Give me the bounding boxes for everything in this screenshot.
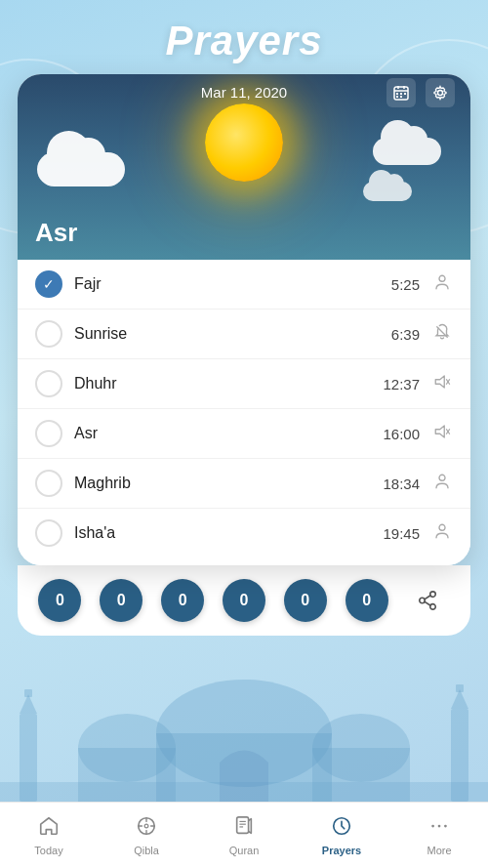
svg-marker-4 [451,689,468,709]
prayer-check-sunrise[interactable] [35,320,62,348]
svg-marker-27 [435,426,444,437]
svg-rect-12 [0,782,488,802]
settings-button[interactable] [426,78,455,107]
prayer-check-fajr[interactable]: ✓ [35,270,62,298]
nav-item-prayers[interactable]: Prayers [293,809,390,862]
prayer-name-isha'a: Isha'a [74,524,376,542]
tasbih-row: 000000 [18,565,470,636]
prayer-sound-dhuhr[interactable] [431,373,453,394]
svg-rect-11 [312,748,410,802]
prayer-sound-isha'a[interactable] [431,522,453,544]
svg-point-6 [156,680,332,787]
svg-point-8 [78,714,176,782]
current-prayer-name: Asr [35,218,77,248]
svg-point-34 [430,604,436,610]
tasbih-counter-2[interactable]: 0 [161,579,204,622]
svg-rect-7 [156,733,332,802]
nav-label-qibla: Qibla [134,845,159,856]
svg-rect-20 [396,96,398,98]
svg-rect-17 [396,93,398,95]
svg-point-38 [144,824,148,828]
prayer-time-isha'a: 19:45 [376,525,420,542]
nav-item-qibla[interactable]: Qibla [98,809,195,862]
prayer-name-sunrise: Sunrise [74,325,376,343]
svg-line-35 [426,596,431,599]
tasbih-share-button[interactable] [406,579,449,622]
svg-rect-3 [451,709,468,802]
book-icon [233,815,255,842]
svg-marker-24 [435,376,444,388]
nav-item-today[interactable]: Today [0,809,98,862]
cloud-right [373,138,441,165]
header-icon-group [386,78,455,107]
main-card: Mar 11, 2020 [18,74,470,565]
header-top-bar: Mar 11, 2020 [18,74,470,110]
svg-line-36 [426,601,431,605]
svg-point-48 [431,824,434,827]
prayer-name-maghrib: Maghrib [74,475,376,492]
cloud-left [37,152,125,186]
prayer-check-dhuhr[interactable] [35,370,62,397]
tasbih-counter-3[interactable]: 0 [223,579,265,622]
prayer-name-dhuhr: Dhuhr [74,375,376,393]
prayer-time-fajr: 5:25 [376,276,420,293]
prayer-row-asr: Asr16:00 [18,409,470,459]
svg-point-49 [438,824,441,827]
svg-point-33 [420,598,426,603]
svg-rect-9 [78,748,176,802]
card-header: Mar 11, 2020 [18,74,470,260]
clock-icon [331,815,352,842]
home-icon [38,815,60,842]
tasbih-counter-5[interactable]: 0 [346,579,388,622]
prayer-row-isha'a: Isha'a19:45 [18,509,470,558]
nav-item-quran[interactable]: Quran [195,809,293,862]
prayer-check-isha'a[interactable] [35,519,62,547]
compass-icon [136,815,157,842]
prayer-sound-fajr[interactable] [431,273,453,295]
prayer-row-maghrib: Maghrib18:34 [18,459,470,509]
svg-marker-1 [20,694,37,714]
cloud-small [363,182,412,201]
prayer-name-asr: Asr [74,425,376,442]
svg-point-30 [439,475,445,480]
prayer-time-sunrise: 6:39 [376,326,420,343]
svg-rect-5 [456,684,464,692]
prayer-time-maghrib: 18:34 [376,475,420,492]
prayer-check-maghrib[interactable] [35,470,62,497]
dots-icon [428,815,450,842]
svg-rect-21 [400,96,402,98]
calendar-button[interactable] [386,78,416,107]
prayer-sound-maghrib[interactable] [431,473,453,494]
svg-rect-2 [24,689,32,697]
svg-point-32 [430,592,436,598]
svg-point-22 [438,90,443,95]
prayer-time-asr: 16:00 [376,426,420,442]
sun-decoration [205,103,283,182]
svg-point-23 [439,275,445,281]
svg-rect-43 [237,816,249,833]
bottom-nav: TodayQiblaQuranPrayersMore [0,802,488,868]
nav-label-quran: Quran [229,845,260,856]
svg-point-50 [444,824,447,827]
prayer-sound-asr[interactable] [431,423,453,444]
prayer-row-sunrise: Sunrise6:39 [18,310,470,359]
page-title: Prayers [0,0,488,74]
svg-point-31 [439,524,445,530]
prayer-check-asr[interactable] [35,420,62,447]
tasbih-counter-0[interactable]: 0 [38,579,81,622]
prayer-row-fajr: ✓Fajr5:25 [18,260,470,310]
nav-label-more: More [427,845,451,856]
svg-rect-0 [20,714,37,802]
prayer-sound-sunrise[interactable] [431,323,453,345]
tasbih-counter-4[interactable]: 0 [284,579,327,622]
prayer-list: ✓Fajr5:25 Sunrise6:39 Dhuhr12:37 Asr16:0… [18,260,470,565]
svg-point-10 [312,714,410,782]
nav-label-today: Today [34,845,62,856]
tasbih-counter-1[interactable]: 0 [100,579,142,622]
mosque-silhouette [0,675,488,802]
prayer-time-dhuhr: 12:37 [376,376,420,393]
prayer-name-fajr: Fajr [74,275,376,293]
nav-item-more[interactable]: More [390,809,488,862]
nav-label-prayers: Prayers [322,845,361,856]
svg-rect-19 [404,93,406,95]
